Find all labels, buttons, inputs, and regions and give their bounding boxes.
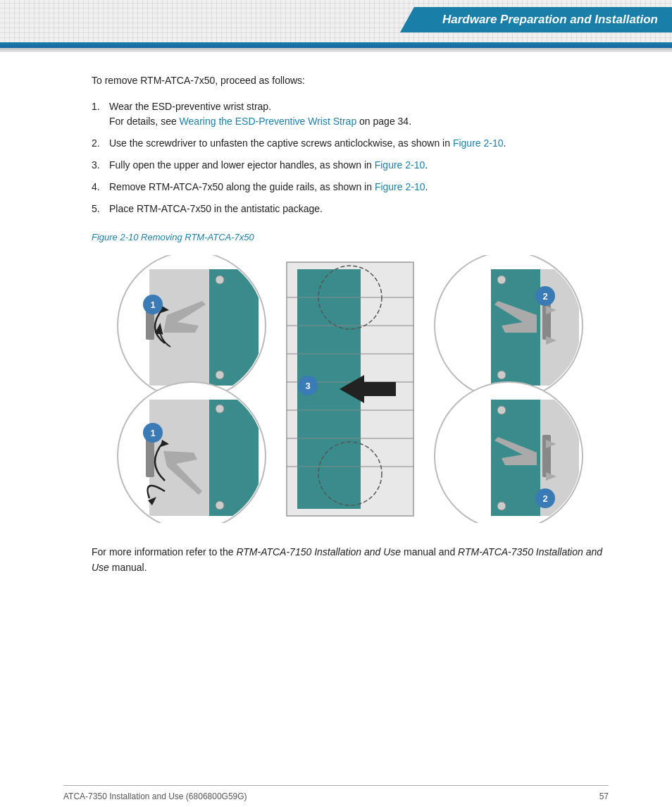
svg-point-21: [216, 371, 224, 379]
header-title-bar: Hardware Preparation and Installation: [400, 7, 672, 32]
step-5-content: Place RTM-ATCA-7x50 in the antistatic pa…: [109, 202, 609, 216]
figure-svg: 3: [107, 255, 593, 523]
step-1-link-suffix: on page 34.: [356, 116, 411, 127]
step-3-content: Fully open the upper and lower ejector h…: [109, 158, 609, 173]
blue-accent-bar: [0, 42, 672, 48]
step-2-suffix: .: [503, 137, 506, 149]
step-1: 1. Wear the ESD-preventive wrist strap. …: [92, 99, 609, 129]
svg-point-32: [497, 371, 506, 379]
page-title: Hardware Preparation and Installation: [442, 13, 658, 27]
note-italic1: RTM-ATCA-7150 Installation and Use: [236, 546, 401, 557]
step-3-suffix: .: [425, 159, 428, 171]
svg-point-44: [216, 501, 224, 510]
step-4: 4. Remove RTM-ATCA-7x50 along the guide …: [92, 180, 609, 195]
step-3: 3. Fully open the upper and lower ejecto…: [92, 158, 609, 173]
step-1-subtext: For details, see: [109, 116, 180, 127]
step-5-text: Place RTM-ATCA-7x50 in the antistatic pa…: [109, 203, 323, 214]
note-text-start: For more information refer to the: [92, 546, 236, 557]
figure-caption: Figure 2-10 Removing RTM-ATCA-7x50: [92, 232, 609, 242]
step-3-num: 3.: [92, 158, 109, 173]
step-1-link[interactable]: Wearing the ESD-Preventive Wrist Strap: [180, 116, 357, 127]
step-5-num: 5.: [92, 202, 109, 216]
svg-point-31: [497, 276, 506, 284]
footer-left: ATCA-7350 Installation and Use (6806800G…: [63, 791, 247, 801]
note-paragraph: For more information refer to the RTM-AT…: [92, 544, 609, 576]
step-1-content: Wear the ESD-preventive wrist strap. For…: [109, 99, 609, 129]
svg-text:1: 1: [150, 428, 155, 438]
steps-list: 1. Wear the ESD-preventive wrist strap. …: [92, 99, 609, 216]
svg-text:3: 3: [305, 381, 310, 391]
svg-point-20: [216, 276, 224, 284]
step-2-num: 2.: [92, 136, 109, 151]
step-4-link[interactable]: Figure 2-10: [375, 181, 425, 192]
step-2-text: Use the screwdriver to unfasten the capt…: [109, 137, 453, 149]
step-5: 5. Place RTM-ATCA-7x50 in the antistatic…: [92, 202, 609, 216]
svg-text:2: 2: [542, 493, 547, 504]
footer: ATCA-7350 Installation and Use (6806800G…: [0, 786, 672, 807]
step-1-text: Wear the ESD-preventive wrist strap.: [109, 101, 271, 112]
step-1-num: 1.: [92, 99, 109, 129]
step-4-content: Remove RTM-ATCA-7x50 along the guide rai…: [109, 180, 609, 195]
svg-text:1: 1: [150, 300, 155, 310]
step-2: 2. Use the screwdriver to unfasten the c…: [92, 136, 609, 151]
note-text-mid: manual and: [401, 546, 458, 557]
svg-point-43: [216, 405, 224, 413]
svg-text:2: 2: [542, 291, 547, 302]
figure-area: 3: [92, 255, 609, 523]
note-text-end: manual.: [109, 562, 147, 573]
footer-right: 57: [599, 791, 609, 801]
intro-paragraph: To remove RTM-ATCA-7x50, proceed as foll…: [92, 73, 609, 88]
step-3-link[interactable]: Figure 2-10: [375, 159, 425, 171]
svg-point-55: [497, 406, 506, 414]
step-4-suffix: .: [425, 181, 428, 192]
header-pattern: Hardware Preparation and Installation: [0, 0, 672, 42]
step-2-link[interactable]: Figure 2-10: [453, 137, 504, 149]
svg-point-56: [497, 502, 506, 510]
step-2-content: Use the screwdriver to unfasten the capt…: [109, 136, 609, 151]
footer-section: ATCA-7350 Installation and Use (6806800G…: [0, 785, 672, 807]
step-3-text: Fully open the upper and lower ejector h…: [109, 159, 375, 171]
step-4-num: 4.: [92, 180, 109, 195]
step-1-subline: For details, see Wearing the ESD-Prevent…: [109, 114, 609, 129]
main-content: To remove RTM-ATCA-7x50, proceed as foll…: [0, 52, 672, 618]
step-4-text: Remove RTM-ATCA-7x50 along the guide rai…: [109, 181, 375, 192]
